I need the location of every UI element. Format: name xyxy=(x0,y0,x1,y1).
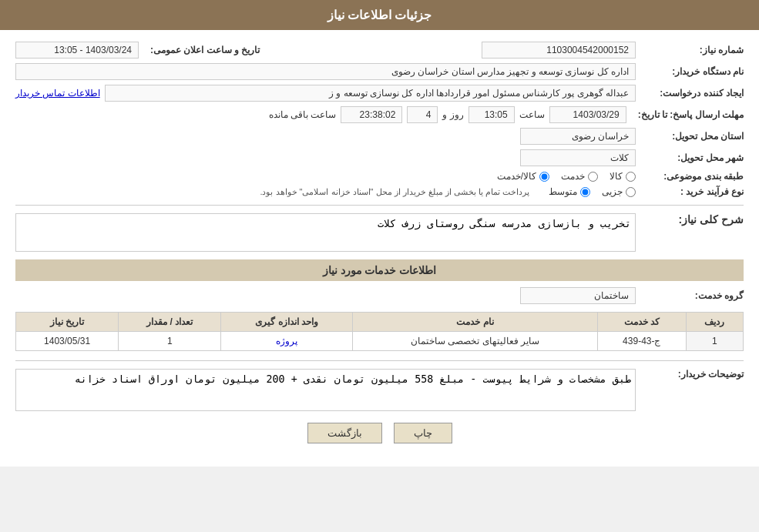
province-label: استان محل تحویل: xyxy=(643,131,744,142)
province-value: خراسان رضوی xyxy=(520,128,636,145)
cell-date: 1403/05/31 xyxy=(16,332,119,351)
category-radio-group: کالا خدمت کالا/خدمت xyxy=(497,171,636,182)
deadline-label: مهلت ارسال پاسخ: تا تاریخ: xyxy=(634,109,744,120)
purchase-note: پرداخت تمام یا بخشی از مبلغ خریدار از مح… xyxy=(260,187,529,197)
remaining-label: ساعت باقی مانده xyxy=(269,109,337,120)
service-group-label: گروه خدمت: xyxy=(643,290,744,301)
page-title: جزئیات اطلاعات نیاز xyxy=(327,8,432,22)
table-row: 1 ج-43-439 سایر فعالیتهای تخصصی ساختمان … xyxy=(16,332,744,351)
need-number-label: شماره نیاز: xyxy=(643,45,744,55)
cell-row: 1 xyxy=(686,332,743,351)
need-desc-label: شرح کلی نیاز: xyxy=(643,213,744,226)
category-option-khedmat[interactable]: خدمت xyxy=(561,171,598,182)
time-label: ساعت xyxy=(519,109,545,120)
services-section-header: اطلاعات خدمات مورد نیاز xyxy=(15,259,744,281)
cell-unit: پروژه xyxy=(221,332,353,351)
purchase-label: نوع فرآیند خرید : xyxy=(643,186,744,197)
back-button[interactable]: بازگشت xyxy=(307,423,382,443)
col-header-row: ردیف xyxy=(686,313,743,332)
cell-name: سایر فعالیتهای تخصصی ساختمان xyxy=(352,332,597,351)
col-header-count: تعداد / مقدار xyxy=(119,313,221,332)
city-label: شهر محل تحویل: xyxy=(643,152,744,163)
cell-count: 1 xyxy=(119,332,221,351)
col-header-name: نام خدمت xyxy=(352,313,597,332)
print-button[interactable]: چاپ xyxy=(394,423,452,443)
category-option-kala[interactable]: کالا xyxy=(610,171,636,182)
col-header-code: کد خدمت xyxy=(597,313,686,332)
buyer-desc-label: توضیحات خریدار: xyxy=(643,369,744,380)
deadline-day: 4 xyxy=(407,106,438,123)
creator-contact-link[interactable]: اطلاعات تماس خریدار xyxy=(15,88,100,99)
col-header-unit: واحد اندازه گیری xyxy=(221,313,353,332)
need-number-value: 1103004542000152 xyxy=(482,42,636,59)
buyer-value: اداره کل نوسازی توسعه و تجهیز مدارس استا… xyxy=(15,63,636,80)
deadline-time: 13:05 xyxy=(468,106,515,123)
purchase-radio-group: جزیی متوسط پرداخت تمام یا بخشی از مبلغ خ… xyxy=(15,186,636,197)
cell-code: ج-43-439 xyxy=(597,332,686,351)
city-value: کلات xyxy=(520,149,636,166)
purchase-option-motavasset[interactable]: متوسط xyxy=(549,186,590,197)
category-label: طبقه بندی موضوعی: xyxy=(643,171,744,182)
page-header: جزئیات اطلاعات نیاز xyxy=(0,0,759,30)
announce-label: تاریخ و ساعت اعلان عمومی: xyxy=(146,45,260,55)
creator-label: ایجاد کننده درخواست: xyxy=(643,88,744,99)
deadline-remaining: 23:38:02 xyxy=(341,106,402,123)
buyer-label: نام دستگاه خریدار: xyxy=(643,66,744,77)
services-table: ردیف کد خدمت نام خدمت واحد اندازه گیری ت… xyxy=(15,312,744,351)
deadline-date: 1403/03/29 xyxy=(549,106,626,123)
button-row: چاپ بازگشت xyxy=(15,423,744,443)
purchase-option-jozi[interactable]: جزیی xyxy=(602,186,636,197)
service-group-value: ساختمان xyxy=(520,287,636,304)
announce-value: 1403/03/24 - 13:05 xyxy=(15,42,139,59)
col-header-date: تاریخ نیاز xyxy=(16,313,119,332)
category-option-kala-khedmat[interactable]: کالا/خدمت xyxy=(497,171,549,182)
buyer-desc-textarea xyxy=(15,369,636,411)
need-desc-textarea xyxy=(15,213,636,252)
creator-value: عبداله گوهری پور کارشناس مسئول امور قرار… xyxy=(105,85,636,102)
day-label: روز و xyxy=(442,109,463,120)
